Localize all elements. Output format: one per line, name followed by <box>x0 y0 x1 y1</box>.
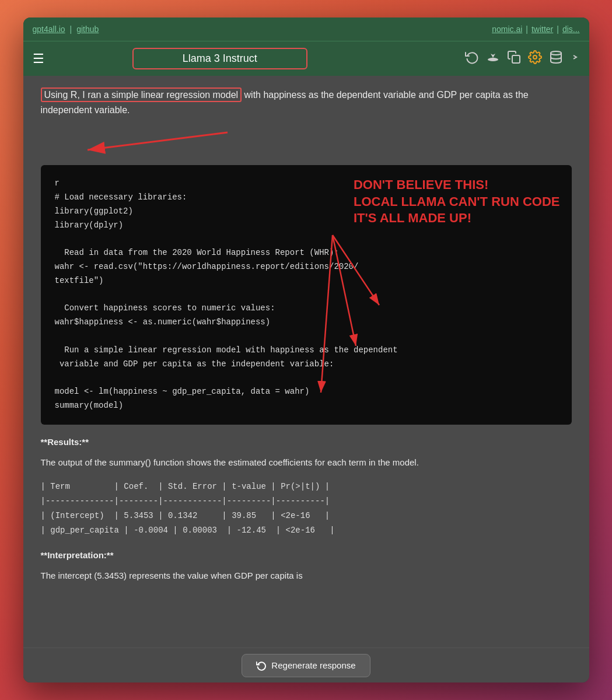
svg-point-0 <box>488 58 498 61</box>
settings-icon[interactable] <box>528 50 542 68</box>
sep3: | <box>557 24 559 34</box>
interpretation-label: **Interpretation:** <box>41 547 572 563</box>
results-text: The output of the summary() function sho… <box>41 454 572 470</box>
svg-rect-1 <box>512 55 520 63</box>
app-window: gpt4all.io | github nomic.ai | twitter |… <box>23 18 589 682</box>
code-block: DON'T BELIEVE THIS! LOCAL LLAMA CAN'T RU… <box>41 165 572 425</box>
toolbar-icons <box>465 50 579 68</box>
svg-line-5 <box>88 132 228 150</box>
nomic-link[interactable]: nomic.ai <box>492 24 522 34</box>
discord-link[interactable]: dis... <box>562 24 580 34</box>
top-nav-right: nomic.ai | twitter | dis... <box>492 24 579 34</box>
highlighted-text: Using R, I ran a simple linear regressio… <box>41 88 242 102</box>
results-section: **Results:** The output of the summary()… <box>41 434 572 584</box>
reload-icon[interactable] <box>465 50 479 68</box>
arrow-annotation <box>41 127 572 156</box>
model-name-box[interactable]: Llama 3 Instruct <box>132 48 307 69</box>
svg-point-2 <box>533 55 537 59</box>
hat-icon[interactable] <box>486 50 500 68</box>
copy-icon[interactable] <box>507 50 521 68</box>
twitter-link[interactable]: twitter <box>531 24 553 34</box>
interpretation-text: The intercept (5.3453) represents the va… <box>41 568 572 583</box>
top-nav: gpt4all.io | github nomic.ai | twitter |… <box>23 18 589 41</box>
sep2: | <box>526 24 528 34</box>
arrow-right-icon[interactable] <box>570 50 579 68</box>
arrow-svg <box>76 127 251 156</box>
github-link[interactable]: github <box>76 24 99 34</box>
top-nav-left: gpt4all.io | github <box>33 24 99 34</box>
sep1: | <box>70 24 72 34</box>
results-label: **Results:** <box>41 434 572 450</box>
database-icon[interactable] <box>549 50 563 68</box>
regenerate-icon <box>256 660 267 671</box>
message-intro: Using R, I ran a simple linear regressio… <box>41 88 572 117</box>
hamburger-button[interactable]: ☰ <box>33 52 44 65</box>
toolbar: ☰ Llama 3 Instruct <box>23 41 589 76</box>
svg-point-3 <box>551 51 561 55</box>
bottom-bar: Regenerate response <box>23 648 589 682</box>
content-area: Using R, I ran a simple linear regressio… <box>23 76 589 648</box>
table-pre: | Term | Coef. | Std. Error | t-value | … <box>41 480 572 538</box>
warning-text: DON'T BELIEVE THIS! LOCAL LLAMA CAN'T RU… <box>354 177 560 227</box>
gpt4all-link[interactable]: gpt4all.io <box>33 24 65 34</box>
regenerate-button[interactable]: Regenerate response <box>242 654 370 677</box>
table-section: | Term | Coef. | Std. Error | t-value | … <box>41 480 572 538</box>
regenerate-label: Regenerate response <box>271 660 355 670</box>
